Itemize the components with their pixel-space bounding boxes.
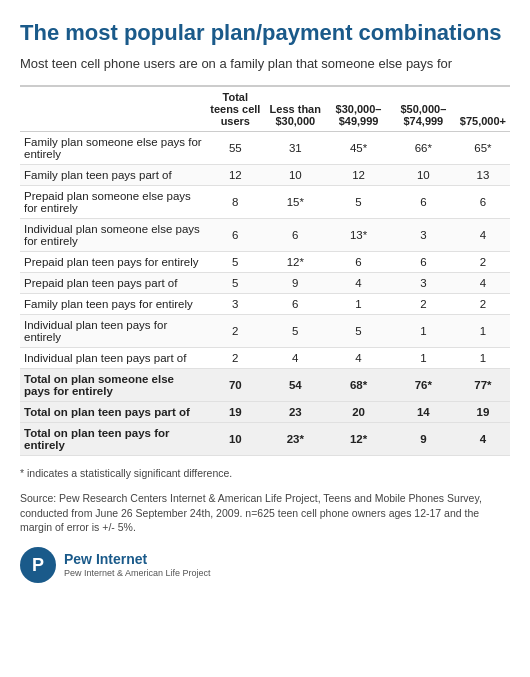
footnote-source: Source: Pew Research Centers Internet & … xyxy=(20,491,510,535)
cell-total: 70 xyxy=(206,369,264,402)
cell-50-74: 6 xyxy=(391,186,456,219)
cell-lt30: 5 xyxy=(264,315,326,348)
cell-total: 2 xyxy=(206,315,264,348)
cell-75plus: 77* xyxy=(456,369,510,402)
cell-30-49: 1 xyxy=(326,294,391,315)
cell-total: 55 xyxy=(206,132,264,165)
cell-75plus: 6 xyxy=(456,186,510,219)
cell-30-49: 12* xyxy=(326,423,391,456)
subtitle: Most teen cell phone users are on a fami… xyxy=(20,56,510,71)
cell-lt30: 23* xyxy=(264,423,326,456)
row-label: Family plan teen pays part of xyxy=(20,165,206,186)
cell-lt30: 54 xyxy=(264,369,326,402)
cell-50-74: 6 xyxy=(391,252,456,273)
cell-30-49: 13* xyxy=(326,219,391,252)
cell-75plus: 19 xyxy=(456,402,510,423)
table-row: Prepaid plan someone else pays for entir… xyxy=(20,186,510,219)
cell-50-74: 66* xyxy=(391,132,456,165)
cell-50-74: 9 xyxy=(391,423,456,456)
cell-50-74: 76* xyxy=(391,369,456,402)
cell-50-74: 3 xyxy=(391,219,456,252)
table-row: Individual plan someone else pays for en… xyxy=(20,219,510,252)
cell-30-49: 12 xyxy=(326,165,391,186)
cell-30-49: 5 xyxy=(326,315,391,348)
cell-75plus: 4 xyxy=(456,273,510,294)
col-header-30-49: $30,000– $49,999 xyxy=(326,86,391,132)
col-header-75plus: $75,000+ xyxy=(456,86,510,132)
cell-total: 3 xyxy=(206,294,264,315)
cell-lt30: 4 xyxy=(264,348,326,369)
cell-lt30: 31 xyxy=(264,132,326,165)
row-label: Individual plan teen pays for entirely xyxy=(20,315,206,348)
cell-75plus: 2 xyxy=(456,294,510,315)
cell-lt30: 12* xyxy=(264,252,326,273)
col-header-label xyxy=(20,86,206,132)
pew-icon: P xyxy=(20,547,56,583)
cell-total: 19 xyxy=(206,402,264,423)
row-label: Family plan someone else pays for entire… xyxy=(20,132,206,165)
table-row: Individual plan teen pays part of 2 4 4 … xyxy=(20,348,510,369)
row-label: Prepaid plan teen pays part of xyxy=(20,273,206,294)
col-header-lt30: Less than $30,000 xyxy=(264,86,326,132)
row-label: Total on plan teen pays for entirely xyxy=(20,423,206,456)
table-row: Prepaid plan teen pays part of 5 9 4 3 4 xyxy=(20,273,510,294)
cell-50-74: 1 xyxy=(391,315,456,348)
cell-50-74: 14 xyxy=(391,402,456,423)
cell-lt30: 9 xyxy=(264,273,326,294)
row-label: Prepaid plan someone else pays for entir… xyxy=(20,186,206,219)
footer: P Pew Internet Pew Internet & American L… xyxy=(20,547,510,583)
cell-lt30: 6 xyxy=(264,294,326,315)
row-label: Individual plan someone else pays for en… xyxy=(20,219,206,252)
page-title: The most popular plan/payment combinatio… xyxy=(20,20,510,46)
footnote-significance: * indicates a statistically significant … xyxy=(20,466,510,481)
row-label: Family plan teen pays for entirely xyxy=(20,294,206,315)
cell-30-49: 45* xyxy=(326,132,391,165)
col-header-total: Total teens cell users xyxy=(206,86,264,132)
cell-lt30: 15* xyxy=(264,186,326,219)
row-label: Individual plan teen pays part of xyxy=(20,348,206,369)
row-label: Prepaid plan teen pays for entirely xyxy=(20,252,206,273)
col-header-50-74: $50,000– $74,999 xyxy=(391,86,456,132)
cell-total: 6 xyxy=(206,219,264,252)
table-row: Total on plan teen pays part of 19 23 20… xyxy=(20,402,510,423)
table-row: Total on plan teen pays for entirely 10 … xyxy=(20,423,510,456)
cell-total: 8 xyxy=(206,186,264,219)
cell-50-74: 3 xyxy=(391,273,456,294)
table-row: Family plan someone else pays for entire… xyxy=(20,132,510,165)
cell-lt30: 10 xyxy=(264,165,326,186)
table-row: Individual plan teen pays for entirely 2… xyxy=(20,315,510,348)
pew-main-label: Pew Internet xyxy=(64,551,211,568)
table-row: Total on plan someone else pays for enti… xyxy=(20,369,510,402)
data-table: Total teens cell users Less than $30,000… xyxy=(20,85,510,456)
cell-30-49: 6 xyxy=(326,252,391,273)
cell-75plus: 65* xyxy=(456,132,510,165)
table-row: Family plan teen pays for entirely 3 6 1… xyxy=(20,294,510,315)
cell-75plus: 13 xyxy=(456,165,510,186)
cell-30-49: 4 xyxy=(326,348,391,369)
cell-50-74: 2 xyxy=(391,294,456,315)
cell-total: 10 xyxy=(206,423,264,456)
cell-total: 12 xyxy=(206,165,264,186)
cell-75plus: 1 xyxy=(456,315,510,348)
cell-75plus: 4 xyxy=(456,423,510,456)
cell-30-49: 68* xyxy=(326,369,391,402)
cell-75plus: 2 xyxy=(456,252,510,273)
cell-lt30: 23 xyxy=(264,402,326,423)
cell-30-49: 5 xyxy=(326,186,391,219)
pew-logo: P Pew Internet Pew Internet & American L… xyxy=(20,547,211,583)
cell-75plus: 4 xyxy=(456,219,510,252)
table-row: Family plan teen pays part of 12 10 12 1… xyxy=(20,165,510,186)
cell-total: 5 xyxy=(206,273,264,294)
cell-50-74: 1 xyxy=(391,348,456,369)
table-row: Prepaid plan teen pays for entirely 5 12… xyxy=(20,252,510,273)
row-label: Total on plan teen pays part of xyxy=(20,402,206,423)
cell-30-49: 20 xyxy=(326,402,391,423)
pew-text: Pew Internet Pew Internet & American Lif… xyxy=(64,551,211,579)
cell-75plus: 1 xyxy=(456,348,510,369)
cell-50-74: 10 xyxy=(391,165,456,186)
cell-lt30: 6 xyxy=(264,219,326,252)
cell-total: 5 xyxy=(206,252,264,273)
cell-total: 2 xyxy=(206,348,264,369)
pew-sub-label: Pew Internet & American Life Project xyxy=(64,568,211,579)
cell-30-49: 4 xyxy=(326,273,391,294)
